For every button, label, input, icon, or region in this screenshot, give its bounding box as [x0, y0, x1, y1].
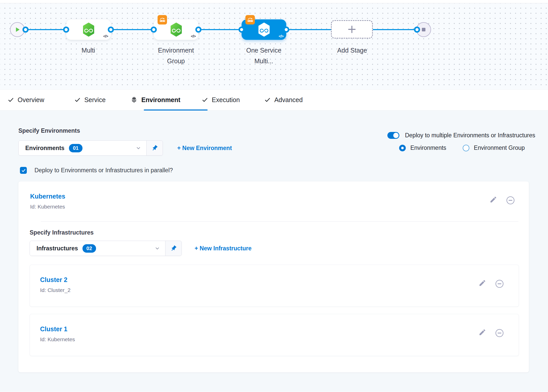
- tab-service[interactable]: Service: [74, 96, 105, 104]
- stage-node-one-service-multi[interactable]: </>: [242, 19, 286, 40]
- specify-infrastructures-heading: Specify Infrastructures: [30, 229, 529, 236]
- pin-icon: [170, 245, 177, 252]
- remove-environment-button[interactable]: [506, 196, 515, 205]
- infrastructure-id: Id: Cluster_2: [40, 287, 70, 293]
- environments-dropdown-value: Environments: [25, 145, 64, 152]
- edit-infrastructure-button[interactable]: [479, 279, 486, 287]
- infrastructure-name-link[interactable]: Cluster 1: [40, 325, 75, 333]
- edit-infrastructure-button[interactable]: [479, 328, 486, 336]
- environments-count-badge: 01: [69, 144, 82, 152]
- multi-env-toggle[interactable]: [387, 132, 399, 139]
- harness-cd-icon: [82, 22, 95, 37]
- pencil-icon: [479, 279, 486, 287]
- stage-label-one-service-multi: One ServiceMulti...: [231, 45, 297, 66]
- rollout-strategy-badge-icon: [158, 15, 167, 24]
- parallel-checkbox-label: Deploy to Environments or Infrastructure…: [34, 167, 173, 174]
- tab-environment[interactable]: Environment: [130, 96, 181, 104]
- connector-port[interactable]: [63, 27, 69, 33]
- environment-tab-content: Specify Environments Environments 01 + N…: [0, 111, 548, 392]
- code-view-icon[interactable]: </>: [103, 34, 108, 38]
- remove-infrastructure-button[interactable]: [495, 328, 504, 338]
- environments-dropdown[interactable]: Environments 01: [19, 141, 146, 155]
- minus-circle-icon: [495, 328, 504, 338]
- pencil-icon: [479, 328, 486, 336]
- tab-label: Environment: [141, 96, 181, 104]
- connector-port[interactable]: [239, 27, 245, 33]
- card-divider: [41, 221, 518, 222]
- parallel-checkbox-row: Deploy to Environments or Infrastructure…: [20, 167, 548, 174]
- infrastructure-name-link[interactable]: Cluster 2: [40, 276, 70, 284]
- stage-tabbar: Overview Service Environment Execution A…: [0, 90, 548, 111]
- toggle-knob: [393, 133, 399, 138]
- tab-advanced[interactable]: Advanced: [264, 96, 303, 104]
- connector-port[interactable]: [414, 27, 420, 33]
- infrastructure-card-cluster-2: Cluster 2 Id: Cluster_2: [30, 265, 519, 307]
- radio-environments[interactable]: Environments: [399, 144, 446, 151]
- infrastructures-count-badge: 02: [82, 244, 96, 253]
- minus-circle-icon: [506, 196, 515, 205]
- play-icon: [14, 26, 21, 33]
- tab-label: Service: [84, 96, 105, 104]
- connector-port[interactable]: [151, 27, 157, 33]
- radio-selected-icon: [399, 145, 406, 151]
- stop-icon: [421, 27, 427, 33]
- stage-label-multi: Multi: [55, 45, 122, 56]
- deploy-options-panel: Deploy to multiple Environments or Infra…: [387, 132, 535, 151]
- environment-id: Id: Kubernetes: [30, 204, 65, 210]
- connector-port[interactable]: [283, 27, 289, 33]
- parallel-checkbox[interactable]: [20, 167, 27, 174]
- plus-icon: [347, 24, 357, 34]
- environment-row: Kubernetes Id: Kubernetes: [18, 181, 529, 210]
- minus-circle-icon: [495, 279, 504, 288]
- check-icon: [74, 97, 81, 103]
- harness-cd-icon: [257, 22, 271, 37]
- environment-layers-icon: [130, 96, 138, 104]
- tab-overview[interactable]: Overview: [8, 96, 44, 104]
- radio-environment-group[interactable]: Environment Group: [463, 144, 525, 151]
- connector-port[interactable]: [108, 27, 114, 33]
- stage-node-multi[interactable]: </>: [66, 19, 111, 40]
- pin-icon: [151, 145, 158, 151]
- remove-infrastructure-button[interactable]: [495, 279, 504, 288]
- edit-environment-button[interactable]: [490, 196, 497, 203]
- pin-environments-button[interactable]: [146, 141, 163, 155]
- rollout-strategy-badge-icon: [245, 15, 255, 24]
- infrastructures-dropdown[interactable]: Infrastructures 02: [30, 241, 165, 256]
- window-top-strip: [0, 0, 548, 3]
- check-icon: [8, 97, 14, 103]
- pin-infrastructures-button[interactable]: [165, 241, 182, 256]
- add-stage-button[interactable]: [331, 20, 373, 39]
- new-infrastructure-button[interactable]: + New Infrastructure: [195, 245, 252, 252]
- check-icon: [264, 97, 271, 103]
- connector-port[interactable]: [195, 27, 201, 33]
- harness-cd-icon: [170, 22, 183, 37]
- tab-execution[interactable]: Execution: [202, 96, 240, 104]
- check-icon: [202, 97, 208, 103]
- chevron-down-icon: [154, 246, 160, 251]
- connector-port[interactable]: [22, 27, 29, 33]
- tab-label: Execution: [212, 96, 240, 104]
- infrastructures-select-group: Infrastructures 02: [30, 241, 182, 256]
- tab-label: Advanced: [274, 96, 303, 104]
- infrastructure-card-cluster-1: Cluster 1 Id: Kubernetes: [30, 314, 519, 356]
- tab-label: Overview: [18, 96, 44, 104]
- multi-env-toggle-label: Deploy to multiple Environments or Infra…: [405, 132, 535, 139]
- new-environment-button[interactable]: + New Environment: [177, 145, 232, 152]
- infrastructure-id: Id: Kubernetes: [40, 336, 75, 342]
- specify-environments-heading: Specify Environments: [18, 111, 548, 134]
- infrastructures-select-row: Infrastructures 02 + New Infrastructure: [30, 241, 529, 256]
- environment-card-kubernetes: Kubernetes Id: Kubernetes Specify Infras…: [18, 181, 529, 372]
- stage-label-environment-group: EnvironmentGroup: [143, 45, 209, 66]
- pipeline-canvas: </> </> </>: [0, 3, 548, 90]
- pencil-icon: [490, 196, 497, 203]
- stage-node-environment-group[interactable]: </>: [154, 19, 198, 40]
- code-view-icon[interactable]: </>: [191, 34, 196, 38]
- radio-unselected-icon: [463, 145, 469, 151]
- environments-select-group: Environments 01: [18, 140, 163, 156]
- add-stage-label: Add Stage: [319, 45, 385, 56]
- infrastructures-dropdown-value: Infrastructures: [37, 245, 78, 252]
- check-icon: [21, 168, 26, 173]
- environment-name-link[interactable]: Kubernetes: [30, 193, 65, 200]
- chevron-down-icon: [136, 145, 141, 151]
- code-view-icon[interactable]: </>: [279, 34, 283, 38]
